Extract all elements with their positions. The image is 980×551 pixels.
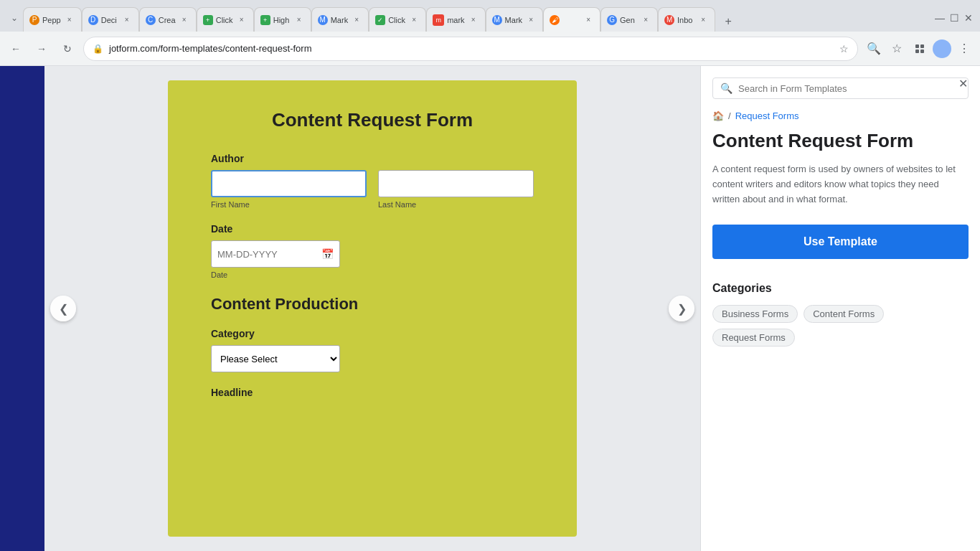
date-sub-label: Date: [211, 270, 227, 279]
tab-4-close[interactable]: ×: [236, 14, 248, 26]
date-text-input[interactable]: [217, 249, 311, 260]
tab-1-favicon: P: [29, 15, 39, 25]
search-input[interactable]: [738, 83, 961, 94]
search-icon: 🔍: [720, 83, 732, 94]
tab-11-close[interactable]: ×: [640, 14, 651, 26]
tab-5-label: High: [273, 16, 291, 24]
tab-6[interactable]: M Mark ×: [311, 7, 369, 32]
last-name-input[interactable]: [378, 170, 534, 197]
tag-request-forms[interactable]: Request Forms: [712, 329, 795, 347]
section-title: Content Production: [211, 295, 534, 314]
extensions-icon[interactable]: [910, 39, 930, 59]
headline-field: Headline: [211, 387, 534, 398]
tab-7-favicon: ✓: [375, 15, 385, 25]
svg-rect-2: [915, 50, 919, 53]
tab-2-favicon: D: [88, 15, 98, 25]
tab-7[interactable]: ✓ Click ×: [369, 7, 426, 32]
categories-section: Categories Business Forms Content Forms …: [712, 282, 969, 347]
toolbar-icons: 🔍 ☆ ⋮: [864, 39, 974, 59]
tab-10-favicon: 🖌: [550, 15, 560, 25]
back-button[interactable]: ←: [6, 39, 26, 59]
tab-6-favicon: M: [318, 15, 328, 25]
date-input-wrapper[interactable]: 📅: [211, 240, 340, 268]
tab-3[interactable]: C Crea ×: [139, 7, 197, 32]
left-sidebar: [0, 66, 44, 551]
close-button[interactable]: ✕: [963, 12, 974, 24]
first-name-input[interactable]: [211, 170, 367, 197]
bookmark-star-icon[interactable]: ☆: [839, 43, 849, 55]
date-field: Date 📅 Date: [211, 223, 534, 281]
tab-7-label: Click: [388, 16, 405, 24]
address-bar-row: ← → ↻ 🔒 jotform.com/form-templates/conte…: [0, 32, 980, 66]
tab-7-close[interactable]: ×: [408, 14, 420, 26]
tab-4[interactable]: + Click ×: [197, 7, 254, 32]
tab-5-favicon: +: [260, 15, 270, 25]
form-card-title: Content Request Form: [211, 109, 534, 131]
star-icon[interactable]: ☆: [887, 39, 907, 59]
search-icon[interactable]: 🔍: [864, 39, 884, 59]
tab-9-favicon: M: [492, 15, 502, 25]
svg-rect-1: [920, 44, 924, 48]
tab-10-active[interactable]: 🖌 ×: [543, 7, 600, 32]
tab-9-close[interactable]: ×: [525, 14, 537, 26]
category-select[interactable]: Please Select: [211, 345, 340, 372]
tab-5[interactable]: + High ×: [254, 7, 311, 32]
tab-9[interactable]: M Mark ×: [486, 7, 543, 32]
category-label: Category: [211, 328, 534, 339]
author-label: Author: [211, 153, 534, 164]
tab-bar: ⌄ P Pepp × D Deci × C Crea × +: [0, 0, 980, 32]
tag-content-forms[interactable]: Content Forms: [804, 305, 884, 323]
address-bar-icons: ☆: [839, 43, 849, 55]
tab-8-close[interactable]: ×: [468, 14, 479, 26]
tab-12-close[interactable]: ×: [697, 14, 709, 26]
breadcrumb: 🏠 / Request Forms: [712, 110, 969, 121]
headline-label: Headline: [211, 387, 534, 398]
panel-description: A content request form is used by owners…: [712, 162, 969, 207]
search-bar: 🔍: [712, 77, 969, 99]
new-tab-button[interactable]: +: [718, 11, 738, 32]
tab-8[interactable]: m mark ×: [426, 7, 485, 32]
tab-11-label: Gen: [620, 16, 637, 24]
tab-12[interactable]: M Inbo ×: [658, 7, 715, 32]
tab-bar-left: ⌄: [0, 9, 23, 27]
tab-scroll-down[interactable]: ⌄: [6, 9, 23, 27]
name-row: First Name Last Name: [211, 170, 534, 209]
tab-10-close[interactable]: ×: [583, 14, 594, 26]
first-name-label: First Name: [211, 200, 367, 209]
calendar-icon: 📅: [321, 248, 334, 260]
breadcrumb-current-link[interactable]: Request Forms: [735, 110, 799, 121]
main-content: ❮ ❯ Content Request Form Author First Na…: [0, 66, 980, 551]
tab-2-close[interactable]: ×: [121, 14, 133, 26]
reload-button[interactable]: ↻: [57, 39, 77, 59]
next-arrow[interactable]: ❯: [669, 296, 694, 321]
author-field: Author First Name Last Name: [211, 153, 534, 209]
breadcrumb-separator: /: [728, 110, 731, 121]
use-template-button[interactable]: Use Template: [712, 225, 969, 259]
tab-6-close[interactable]: ×: [351, 14, 362, 26]
tab-9-label: Mark: [505, 16, 522, 24]
tab-1[interactable]: P Pepp ×: [23, 7, 82, 32]
panel-form-title: Content Request Form: [712, 130, 969, 152]
categories-tags: Business Forms Content Forms Request For…: [712, 305, 969, 347]
address-bar[interactable]: 🔒 jotform.com/form-templates/content-req…: [83, 37, 858, 61]
maximize-button[interactable]: ☐: [948, 12, 960, 24]
forward-button[interactable]: →: [32, 39, 52, 59]
tab-6-label: Mark: [331, 16, 348, 24]
tab-4-favicon: +: [203, 15, 213, 25]
tab-3-close[interactable]: ×: [179, 14, 190, 26]
tab-2[interactable]: D Deci ×: [82, 7, 139, 32]
breadcrumb-home-icon[interactable]: 🏠: [712, 110, 724, 121]
profile-avatar[interactable]: [933, 39, 951, 58]
minimize-button[interactable]: —: [934, 12, 946, 24]
tab-1-close[interactable]: ×: [64, 14, 75, 26]
tab-5-close[interactable]: ×: [293, 14, 305, 26]
prev-arrow[interactable]: ❮: [50, 296, 76, 321]
right-panel-close-button[interactable]: ✕: [954, 75, 971, 92]
tab-3-label: Crea: [159, 16, 176, 24]
first-name-col: First Name: [211, 170, 367, 209]
tag-business-forms[interactable]: Business Forms: [712, 305, 798, 323]
tab-11[interactable]: G Gen ×: [600, 7, 658, 32]
menu-icon[interactable]: ⋮: [954, 39, 974, 59]
categories-title: Categories: [712, 282, 969, 295]
tab-8-label: mark: [447, 16, 464, 24]
